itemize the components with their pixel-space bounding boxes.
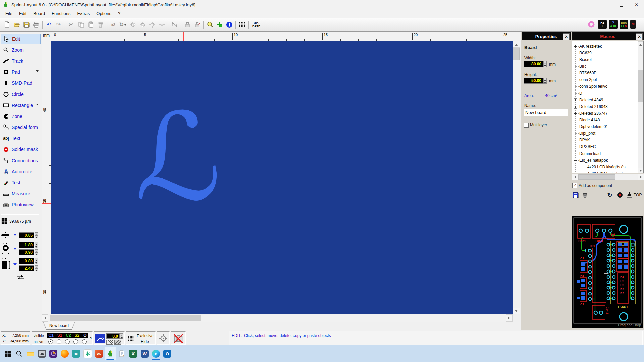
canvas-vscrollbar[interactable] [513, 41, 520, 314]
smd-width-field[interactable]: 0.80 [19, 258, 34, 264]
photoview-off-panel[interactable] [171, 331, 186, 345]
firefox-icon[interactable] [59, 347, 70, 360]
macro-tree-item[interactable]: Deleted 216048 [572, 103, 644, 110]
macros-close-button[interactable]: ✕ [636, 33, 643, 40]
scroll-left-button[interactable] [42, 314, 48, 322]
file-explorer-icon[interactable] [25, 347, 36, 360]
pcb-canvas[interactable]: ℒ [51, 41, 513, 314]
macro-tree-item[interactable]: Deleted 4349 [572, 97, 644, 103]
expand-plus-icon[interactable] [574, 98, 577, 102]
macro-tree-item[interactable]: Dipl vedelem 01 [572, 123, 644, 130]
hatch-style-b[interactable] [114, 340, 121, 345]
rotate-dropdown-icon[interactable] [124, 24, 126, 27]
delete-button[interactable] [96, 20, 105, 30]
print-button[interactable] [31, 20, 41, 30]
edge-icon[interactable]: e [150, 347, 162, 360]
sidebar-item-measure[interactable]: Measure [1, 188, 41, 199]
layer-o-radio[interactable] [82, 339, 87, 344]
start-button[interactable] [2, 347, 13, 360]
lock-button[interactable] [182, 20, 192, 30]
macro-tree-item[interactable]: BC639 [572, 50, 644, 56]
align-button[interactable] [147, 20, 157, 30]
flip-horizontal-button[interactable] [128, 20, 138, 30]
stamp-top-icon[interactable] [626, 191, 633, 199]
record-macro-button[interactable] [616, 191, 624, 199]
layer-s1-radio[interactable] [57, 339, 61, 344]
macro-tree-item[interactable]: conn 2pol fekvő [572, 83, 644, 90]
macro-hscroll-thumb[interactable] [578, 174, 615, 180]
rotate-macro-button[interactable]: ↻ [606, 191, 613, 199]
sidebar-item-special-form[interactable]: Special form [1, 122, 41, 132]
dc-app-icon[interactable]: DC [93, 347, 105, 360]
add-as-component-checkbox[interactable]: ✓ [572, 183, 577, 188]
zoom-all-button[interactable] [205, 20, 215, 30]
mail-app-icon[interactable] [48, 347, 59, 360]
info-button[interactable] [224, 20, 234, 30]
scroll-down-button[interactable] [513, 308, 520, 314]
toolbar-grid-button[interactable] [237, 20, 247, 30]
paste-button[interactable] [86, 20, 96, 30]
canvas-hscrollbar[interactable] [42, 314, 513, 322]
unlock-button[interactable] [192, 20, 202, 30]
minimize-button[interactable] [599, 0, 614, 9]
sidebar-item-track[interactable]: Track [1, 56, 41, 66]
save-macro-button[interactable] [572, 191, 579, 199]
macro-scroll-right[interactable] [638, 174, 644, 180]
layer-s1-label[interactable]: S1 [57, 333, 62, 338]
r1-designator-button[interactable]: R1 ⋮ [598, 20, 607, 29]
origin-panel[interactable] [157, 331, 170, 345]
smd-size-dropdown[interactable] [13, 263, 17, 267]
expand-plus-icon[interactable] [574, 45, 577, 48]
new-document-button[interactable] [2, 20, 12, 30]
macro-tree-item[interactable]: Dummi load [572, 150, 644, 157]
close-button[interactable]: ✕ [629, 0, 644, 9]
redo-button[interactable]: ↷ [54, 20, 63, 30]
sidebar-item-solder-mask[interactable]: Solder mask [1, 144, 41, 155]
macro-tree-item[interactable]: D [572, 90, 644, 97]
layer-o-label[interactable]: O [83, 333, 86, 338]
delete-macro-button[interactable] [581, 191, 589, 199]
outlook-icon[interactable]: O [162, 347, 173, 360]
open-file-button[interactable] [12, 20, 21, 30]
hatch-style-a[interactable] [106, 340, 113, 345]
menu-extras[interactable]: Extras [74, 9, 93, 18]
image-viewer-icon[interactable] [36, 347, 48, 360]
menu-help[interactable]: ? [115, 9, 124, 18]
smd-height-spinner[interactable] [35, 265, 38, 272]
menu-edit[interactable]: Edit [16, 9, 30, 18]
layer-s2-radio[interactable] [73, 339, 78, 344]
macro-tree-item[interactable]: 4x20 LCD kivágás és [572, 164, 644, 170]
save-button[interactable] [21, 20, 31, 30]
notepad-icon[interactable] [116, 347, 127, 360]
exclusive-hide-panel[interactable]: Exclusive Hide [126, 331, 156, 345]
macro-tree-item[interactable]: DPXSEC [572, 143, 644, 150]
pad-outer-spinner[interactable] [35, 242, 38, 248]
sidebar-item-zoom[interactable]: Zoom [1, 45, 41, 55]
macro-tree-item[interactable]: Biasrel [572, 56, 644, 63]
collapse-minus-icon[interactable] [574, 159, 577, 162]
macro-preview-image[interactable]: Con1 TRM1 IC1 C1 R6 C2 Con2 R1R2R3R4R5 B… [572, 216, 643, 328]
track-width-dropdown[interactable] [13, 234, 17, 238]
sidebar-item-photoview[interactable]: Photoview [1, 199, 41, 210]
scroll-up-button[interactable] [513, 41, 520, 48]
macro-tree-item[interactable]: Elő_és hátlapok [572, 157, 644, 164]
board-artwork-letter[interactable]: ℒ [135, 97, 222, 218]
board-width-spinner[interactable] [543, 61, 547, 67]
properties-close-button[interactable]: ✕ [563, 33, 570, 40]
macro-tree-item[interactable]: Dipl_prot [572, 130, 644, 137]
toolbar-connections-button[interactable] [170, 20, 179, 30]
track-width-spinner[interactable] [35, 232, 38, 238]
menu-file[interactable]: File [2, 9, 16, 18]
pad-outer-field[interactable]: 1.80 [19, 242, 34, 248]
smd-height-field[interactable]: 2.40 [19, 265, 34, 272]
asterisk-app-icon[interactable] [82, 347, 93, 360]
pad-inner-spinner[interactable] [35, 249, 38, 255]
macro-tree-item[interactable]: conn 2pol [572, 76, 644, 83]
update-button[interactable]: UP-DATE [250, 20, 263, 30]
macro-tree-item[interactable]: BTS660P [572, 70, 644, 76]
grid-setting-button[interactable]: 39,6875 µm [1, 217, 40, 226]
solder-ring-button[interactable] [586, 19, 596, 29]
pad-size-dropdown[interactable] [13, 248, 17, 252]
sprint-layout-taskbar-icon[interactable] [105, 347, 116, 360]
swap-values-button[interactable] [15, 275, 26, 281]
